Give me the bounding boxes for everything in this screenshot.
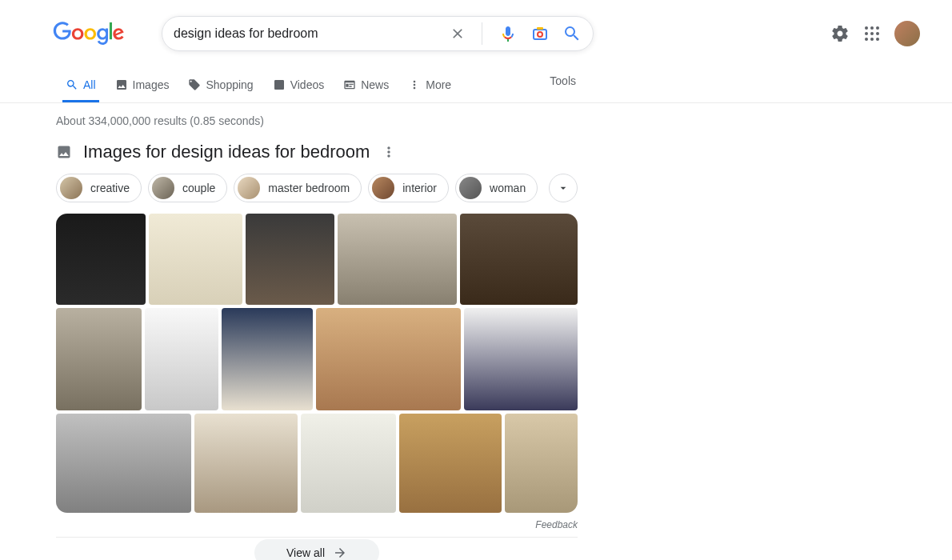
chip-thumb: [459, 177, 482, 199]
image-search-icon[interactable]: [530, 24, 550, 43]
image-result[interactable]: [505, 414, 578, 513]
arrow-right-icon: [333, 546, 347, 560]
svg-rect-0: [534, 30, 546, 39]
image-result[interactable]: [246, 214, 334, 305]
images-section-title: Images for design ideas for bedroom: [83, 142, 370, 162]
chip-label: creative: [90, 182, 130, 194]
tab-videos[interactable]: Videos: [263, 70, 334, 102]
chip-label: interior: [402, 182, 437, 194]
tab-label: News: [361, 78, 389, 91]
search-box: [162, 16, 594, 51]
tab-all[interactable]: All: [56, 70, 106, 102]
image-result[interactable]: [399, 414, 501, 513]
search-icon[interactable]: [562, 24, 582, 43]
tab-images[interactable]: Images: [106, 70, 179, 102]
image-result[interactable]: [145, 308, 218, 410]
tab-more[interactable]: More: [398, 70, 461, 102]
svg-point-1: [538, 32, 542, 37]
view-all-label: View all: [286, 546, 325, 559]
image-result[interactable]: [56, 414, 191, 513]
chip-label: woman: [490, 182, 526, 194]
image-result[interactable]: [338, 214, 457, 305]
tab-label: Shopping: [206, 78, 253, 91]
tools-button[interactable]: Tools: [550, 74, 576, 98]
filter-chip-interior[interactable]: interior: [368, 174, 449, 202]
image-result[interactable]: [149, 214, 242, 305]
tab-news[interactable]: News: [334, 70, 398, 102]
image-result[interactable]: [301, 414, 396, 513]
image-result[interactable]: [316, 308, 461, 410]
chip-label: couple: [182, 182, 215, 194]
chip-thumb: [372, 177, 394, 199]
chip-label: master bedroom: [268, 182, 350, 194]
view-all-button[interactable]: View all: [254, 539, 379, 560]
svg-point-3: [865, 26, 868, 30]
image-result[interactable]: [56, 214, 146, 305]
expand-chips-button[interactable]: [549, 174, 578, 202]
chip-thumb: [152, 177, 174, 199]
svg-point-10: [870, 38, 874, 41]
apps-icon[interactable]: [862, 24, 882, 43]
results-stats: About 334,000,000 results (0.85 seconds): [0, 103, 952, 127]
image-icon: [56, 144, 72, 160]
svg-point-7: [870, 32, 874, 35]
svg-point-11: [876, 38, 879, 41]
tab-label: All: [83, 78, 96, 91]
chip-thumb: [60, 177, 82, 199]
image-result[interactable]: [194, 414, 298, 513]
clear-icon[interactable]: [450, 26, 466, 42]
more-options-icon[interactable]: [381, 144, 397, 160]
chevron-down-icon: [557, 182, 570, 194]
svg-point-5: [876, 26, 879, 30]
svg-point-9: [865, 38, 868, 41]
google-logo[interactable]: [52, 22, 126, 46]
filter-chip-master-bedroom[interactable]: master bedroom: [234, 174, 362, 202]
feedback-link[interactable]: Feedback: [56, 519, 578, 530]
svg-rect-2: [537, 27, 543, 30]
svg-point-4: [870, 26, 874, 30]
filter-chip-couple[interactable]: couple: [148, 174, 227, 202]
search-input[interactable]: [174, 26, 450, 41]
image-result[interactable]: [464, 308, 578, 410]
tab-shopping[interactable]: Shopping: [178, 70, 262, 102]
filter-chip-creative[interactable]: creative: [56, 174, 142, 202]
tab-label: More: [426, 78, 451, 91]
avatar[interactable]: [894, 21, 920, 46]
image-result[interactable]: [460, 214, 578, 305]
settings-icon[interactable]: [830, 24, 850, 43]
tab-label: Images: [133, 78, 170, 91]
divider: [482, 22, 482, 45]
image-result[interactable]: [222, 308, 313, 410]
tab-label: Videos: [290, 78, 325, 91]
svg-point-8: [876, 32, 879, 35]
svg-point-6: [865, 32, 868, 35]
voice-search-icon[interactable]: [498, 24, 518, 43]
image-result[interactable]: [56, 308, 142, 410]
filter-chip-woman[interactable]: woman: [455, 174, 538, 202]
chip-thumb: [238, 177, 260, 199]
